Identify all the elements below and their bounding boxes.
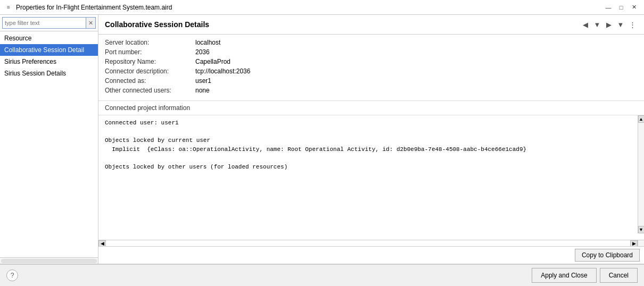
prop-label-connected-as: Connected as: (105, 77, 195, 85)
filter-row: ✕ (0, 15, 98, 31)
copy-row: Copy to Clipboard (98, 246, 644, 264)
title-bar-text: Properties for In-Flight Entertainment S… (16, 4, 602, 11)
prop-value-server: localhost (195, 39, 220, 46)
footer-buttons: Apply and Close Cancel (532, 268, 638, 283)
copy-to-clipboard-button[interactable]: Copy to Clipboard (575, 249, 640, 262)
prop-label-connector: Connector description: (105, 68, 195, 75)
prop-row-other-users: Other connected users: none (105, 87, 638, 94)
scroll-up-arrow[interactable]: ▲ (638, 115, 645, 123)
sidebar-item-collaborative[interactable]: Collaborative Session Detail (0, 44, 98, 56)
sidebar: ✕ Resource Collaborative Session Detail … (0, 15, 98, 264)
scroll-left-arrow[interactable]: ◀ (98, 240, 106, 246)
dialog-footer: ? Apply and Close Cancel (0, 264, 644, 286)
connected-code: Connected user: user1 Objects locked by … (105, 119, 631, 171)
prop-label-other-users: Other connected users: (105, 87, 195, 94)
scrollbar-track (1, 259, 97, 263)
nav-forward-dropdown[interactable]: ▼ (615, 19, 626, 30)
prop-value-connector: tcp://localhost:2036 (195, 68, 250, 75)
sidebar-item-sirius-prefs[interactable]: Sirius Preferences (0, 56, 98, 68)
filter-clear-button[interactable]: ✕ (86, 17, 96, 29)
connected-section: Connected project information Connected … (98, 101, 644, 246)
prop-label-repo: Repository Name: (105, 58, 195, 65)
nav-list: Resource Collaborative Session Detail Si… (0, 31, 98, 257)
scroll-corner (638, 240, 644, 246)
panel-header: Collaborative Session Details ◀ ▼ ▶ ▼ ⋮ (98, 15, 644, 35)
prop-value-port: 2036 (195, 48, 210, 56)
panel-nav-icons: ◀ ▼ ▶ ▼ ⋮ (580, 19, 638, 30)
properties-area: Server location: localhost Port number: … (98, 35, 644, 101)
filter-input[interactable] (2, 17, 86, 29)
apply-close-button[interactable]: Apply and Close (532, 268, 596, 283)
nav-back-button[interactable]: ◀ (580, 19, 591, 30)
help-button[interactable]: ? (6, 270, 18, 281)
title-bar-controls: — □ ✕ (602, 2, 640, 13)
nav-back-dropdown[interactable]: ▼ (592, 19, 602, 30)
dialog-body: ✕ Resource Collaborative Session Detail … (0, 15, 644, 286)
prop-value-repo: CapellaProd (195, 58, 230, 65)
prop-value-other-users: none (195, 87, 210, 94)
prop-row-connector: Connector description: tcp://localhost:2… (105, 68, 638, 75)
prop-value-connected-as: user1 (195, 77, 211, 85)
vertical-scrollbar[interactable]: ▲ ▼ (638, 115, 644, 233)
main-panel: Collaborative Session Details ◀ ▼ ▶ ▼ ⋮ … (98, 15, 644, 264)
nav-forward-button[interactable]: ▶ (604, 19, 614, 30)
scroll-right-arrow[interactable]: ▶ (630, 240, 638, 246)
connected-content-wrapper: Connected user: user1 Objects locked by … (98, 115, 644, 240)
prop-label-port: Port number: (105, 48, 195, 56)
prop-label-server: Server location: (105, 39, 195, 46)
maximize-button[interactable]: □ (615, 2, 627, 13)
scroll-down-arrow[interactable]: ▼ (638, 226, 645, 233)
prop-row-repo: Repository Name: CapellaProd (105, 58, 638, 65)
title-bar: ≡ Properties for In-Flight Entertainment… (0, 0, 644, 15)
prop-row-connected-as: Connected as: user1 (105, 77, 638, 85)
horizontal-scrollbar[interactable]: ◀ ▶ (98, 240, 644, 246)
scroll-track-h (106, 240, 630, 246)
sidebar-item-resource[interactable]: Resource (0, 32, 98, 44)
connected-header: Connected project information (98, 101, 644, 115)
nav-more-button[interactable]: ⋮ (627, 19, 638, 30)
scroll-track-v (639, 123, 644, 226)
panel-title: Collaborative Session Details (105, 20, 580, 29)
sidebar-item-sirius-session[interactable]: Sirius Session Details (0, 68, 98, 79)
sidebar-scrollbar[interactable] (0, 257, 98, 264)
minimize-button[interactable]: — (602, 2, 614, 13)
content-row: ✕ Resource Collaborative Session Detail … (0, 15, 644, 264)
prop-row-server: Server location: localhost (105, 39, 638, 46)
title-bar-icon: ≡ (4, 3, 13, 12)
cancel-button[interactable]: Cancel (600, 268, 638, 283)
connected-content[interactable]: Connected user: user1 Objects locked by … (98, 115, 638, 240)
prop-row-port: Port number: 2036 (105, 48, 638, 56)
close-button[interactable]: ✕ (628, 2, 640, 13)
